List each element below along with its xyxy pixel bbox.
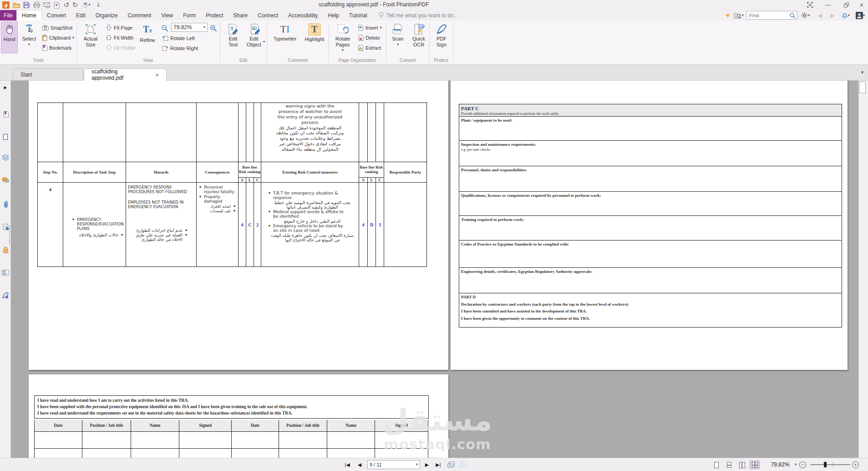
digital-sign-panel-button[interactable] — [1, 291, 10, 299]
last-page-button[interactable]: ▶| — [432, 460, 444, 469]
document-view[interactable]: warning signs with the presence of watch… — [11, 81, 858, 458]
tab-convert[interactable]: Convert — [42, 10, 71, 20]
tab-share[interactable]: Share — [228, 10, 253, 20]
find-input[interactable] — [747, 13, 789, 18]
pdf-sign-button[interactable]: PDF Sign — [431, 21, 452, 53]
restore-button[interactable] — [839, 0, 853, 10]
tab-tutorial[interactable]: Tutorial — [344, 10, 372, 20]
tab-accessibility[interactable]: Accessibility — [283, 10, 323, 20]
actual-size-button[interactable]: Actual Size — [78, 21, 103, 53]
save-button[interactable] — [22, 0, 31, 10]
print-button[interactable] — [32, 0, 41, 10]
customize-toolbar-button[interactable]: =▾ — [94, 0, 103, 10]
hand-tool-button[interactable]: Hand — [1, 21, 18, 53]
highlight-button[interactable]: T Highlight — [301, 21, 328, 53]
history-back-button[interactable]: ◀ — [815, 11, 825, 20]
status-zoom-in-button[interactable]: + — [852, 460, 859, 469]
redo-button[interactable]: ↻ — [71, 0, 80, 10]
doc-tab-start[interactable]: Start — [13, 68, 83, 81]
scrollbar-thumb[interactable] — [859, 82, 866, 93]
tell-me-box[interactable]: Tell me what you want to do.. — [372, 10, 457, 20]
search-icon[interactable] — [789, 12, 796, 19]
single-page-view-button[interactable] — [711, 461, 721, 469]
first-page-button[interactable]: |◀ — [341, 460, 353, 469]
select-tool-button[interactable]: Select ▾ — [19, 21, 40, 53]
typewriter-button[interactable]: TI Typewriter — [270, 21, 299, 53]
attachments-panel-button[interactable] — [1, 200, 10, 208]
hand-tool-quick-button[interactable]: ▾ — [80, 0, 93, 10]
tab-view[interactable]: View — [156, 10, 178, 20]
facing-view-button[interactable] — [737, 461, 747, 469]
tab-overflow-button[interactable]: ▼ — [860, 70, 864, 75]
next-view-button[interactable] — [458, 460, 468, 469]
open-file-button[interactable] — [12, 0, 21, 10]
fields-panel-button[interactable] — [1, 268, 10, 276]
tab-help[interactable]: Help — [323, 10, 344, 20]
delete-page-icon — [358, 35, 364, 41]
tab-close-icon[interactable]: × — [155, 72, 159, 78]
zoom-in-button[interactable] — [210, 23, 217, 33]
tab-comment[interactable]: Comment — [122, 10, 156, 20]
bookmark-button[interactable]: Bookmark — [42, 43, 72, 52]
carry-text-line-ar: بشرائط وعلامات تحذيريه مع وجود — [261, 136, 359, 141]
tab-edit[interactable]: Edit — [71, 10, 91, 20]
continuous-facing-view-button[interactable] — [750, 461, 760, 469]
tab-connect[interactable]: Connect — [253, 10, 283, 20]
expand-panel-button[interactable]: ▶ — [1, 83, 10, 92]
delete-pages-button[interactable]: Delete — [358, 33, 380, 42]
edit-object-button[interactable]: Edit Object▾ — [245, 21, 266, 53]
security-panel-button[interactable] — [1, 246, 10, 254]
pages-panel-button[interactable] — [1, 133, 10, 141]
snapshot-button[interactable]: SnapShot — [42, 23, 72, 32]
rotate-pages-button[interactable]: Rotate Pages ▾ — [331, 21, 355, 53]
rotate-right-button[interactable]: Rotate Right — [162, 43, 198, 53]
previous-page-button[interactable]: ◀ — [355, 460, 364, 469]
fit-visible-button[interactable]: Fit Visible — [106, 43, 135, 52]
account-button[interactable]: ▾ — [853, 11, 868, 20]
doc-tab-active[interactable]: scaffolding approved.pdf × — [84, 68, 167, 81]
close-button[interactable]: × — [855, 0, 868, 10]
zoom-level-combo[interactable]: 79.82% ▾ — [171, 23, 208, 32]
favorites-button[interactable]: ♥ — [724, 11, 732, 20]
fit-page-button[interactable]: Fit Page — [106, 23, 132, 32]
notifications-button[interactable]: ▾ — [839, 11, 852, 20]
tab-file[interactable]: File — [0, 10, 16, 20]
tab-home[interactable]: Home — [16, 10, 42, 20]
status-zoom-out-button[interactable]: − — [799, 460, 806, 469]
vertical-scrollbar[interactable] — [858, 81, 866, 458]
status-zoom-caret[interactable]: ▾ — [793, 460, 798, 469]
extract-pages-button[interactable]: Extract — [358, 43, 381, 52]
edit-text-button[interactable]: T Edit Text — [223, 21, 243, 53]
scan-button[interactable]: Scan ▾ — [388, 21, 407, 53]
reflow-button[interactable]: Tᴛ Reflow — [137, 21, 158, 53]
tab-protect[interactable]: Protect — [201, 10, 228, 20]
zoom-out-button[interactable] — [161, 23, 168, 33]
clipboard-button[interactable]: Clipboard ▾ — [42, 33, 74, 42]
zoom-slider-thumb[interactable] — [824, 462, 827, 467]
email-button[interactable] — [42, 0, 51, 10]
tab-organize[interactable]: Organize — [91, 10, 123, 20]
search-folder-button[interactable]: ▾ — [733, 11, 745, 20]
rotate-left-button[interactable]: Rotate Left — [162, 33, 195, 43]
new-document-button[interactable] — [52, 0, 61, 10]
tab-form[interactable]: Form — [178, 10, 201, 20]
insert-pages-button[interactable]: Insert ▾ — [358, 23, 382, 32]
history-forward-button[interactable]: ▶ — [827, 11, 838, 20]
bookmarks-panel-button[interactable] — [1, 110, 10, 118]
signatures-panel-button[interactable]: @ — [1, 223, 10, 231]
comments-panel-button[interactable] — [1, 176, 10, 184]
minimize-button[interactable]: — — [821, 0, 835, 10]
undo-button[interactable]: ↺ — [62, 0, 71, 10]
layers-panel-button[interactable] — [1, 154, 10, 162]
part-c-title: PART C — [461, 105, 840, 112]
panel-resize-grip[interactable] — [9, 225, 10, 245]
fit-width-button[interactable]: Fit Width — [106, 33, 133, 42]
zoom-slider-track[interactable] — [810, 464, 850, 465]
quick-ocr-button[interactable]: OCR Quick OCR — [409, 21, 429, 53]
fullscreen-button[interactable] — [803, 0, 817, 10]
continuous-view-button[interactable] — [724, 461, 734, 469]
page-number-combo[interactable]: 9 / 11 ▾ — [367, 460, 420, 469]
previous-view-button[interactable] — [446, 460, 456, 469]
next-page-button[interactable]: ▶ — [422, 460, 431, 469]
settings-button[interactable]: ▾ — [799, 11, 812, 20]
